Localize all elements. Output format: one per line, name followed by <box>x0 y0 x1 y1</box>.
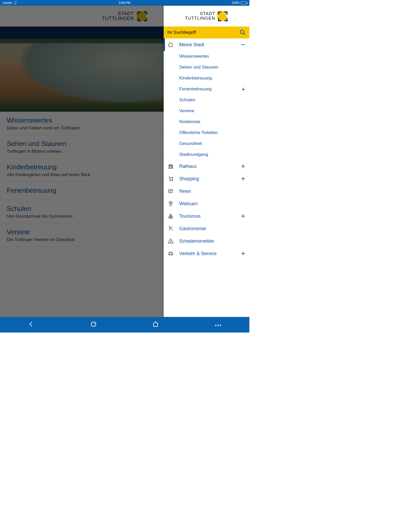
reload-button[interactable] <box>90 321 97 329</box>
status-bar: Carrier 3:59 PM 100% <box>0 0 249 6</box>
expand-icon[interactable]: + <box>241 163 245 170</box>
menu-shopping[interactable]: Shopping + <box>164 172 249 185</box>
submenu-gesundheit[interactable]: Gesundheit <box>164 138 249 149</box>
svg-point-15 <box>171 255 172 255</box>
svg-point-2 <box>240 30 244 34</box>
menu-label: News <box>179 189 245 194</box>
svg-rect-6 <box>169 189 173 192</box>
submenu-toiletten[interactable]: Öffentliche Toiletten <box>164 127 249 138</box>
expand-icon[interactable]: + <box>241 212 245 220</box>
menu-label: Webcam <box>179 201 245 207</box>
search-icon[interactable] <box>240 29 246 36</box>
cart-icon <box>167 176 175 182</box>
back-button[interactable] <box>28 321 35 329</box>
svg-point-10 <box>170 202 171 203</box>
battery-icon <box>241 2 247 4</box>
menu-label: Rathaus <box>179 164 241 169</box>
home-icon <box>167 42 175 48</box>
logo-icon <box>217 10 228 22</box>
svg-line-3 <box>243 33 245 35</box>
webcam-icon <box>167 201 175 207</box>
submenu-sehen[interactable]: Sehen und Staunen <box>164 62 249 73</box>
menu-schadensmelder[interactable]: Schadensmelder <box>164 235 249 247</box>
search-bar[interactable] <box>164 26 249 38</box>
menu-verkehr[interactable]: Verkehr & Service + <box>164 247 249 260</box>
menu-label: Shopping <box>179 176 241 182</box>
side-menu: STADT TUTTLINGEN Meine Stadt − Wissenswe… <box>164 6 249 317</box>
svg-point-14 <box>169 255 170 255</box>
expand-icon[interactable]: + <box>241 86 245 92</box>
menu-webcam[interactable]: Webcam <box>164 197 249 210</box>
submenu-ferienbetreuung[interactable]: Ferienbetreuung+ <box>164 84 249 95</box>
menu-news[interactable]: News <box>164 185 249 197</box>
bottom-bar <box>0 317 249 332</box>
car-icon <box>167 250 175 257</box>
svg-point-12 <box>170 242 171 243</box>
status-time: 3:59 PM <box>119 1 130 5</box>
search-input[interactable] <box>167 30 237 35</box>
svg-rect-13 <box>169 253 173 255</box>
menu-label: Gastronomie <box>179 226 245 231</box>
submenu-notdienste[interactable]: Notdienste <box>164 116 249 127</box>
battery-label: 100% <box>231 1 240 5</box>
home-button[interactable] <box>152 321 159 329</box>
warning-icon <box>167 238 175 244</box>
svg-point-9 <box>169 201 172 204</box>
menu-gastronomie[interactable]: Gastronomie <box>164 222 249 235</box>
more-button[interactable] <box>215 322 222 327</box>
logo-line2: TUTTLINGEN <box>185 16 215 21</box>
building-icon <box>167 163 175 169</box>
menu-logo: STADT TUTTLINGEN <box>164 6 249 26</box>
svg-point-4 <box>170 180 171 181</box>
menu-label: Schadensmelder <box>179 238 245 244</box>
submenu-kinderbetreuung[interactable]: Kinderbetreuung <box>164 73 249 84</box>
menu-label: Verkehr & Service <box>179 251 241 256</box>
logo-line1: STADT <box>185 11 215 16</box>
utensils-icon <box>167 225 175 232</box>
collapse-icon[interactable]: − <box>241 41 245 48</box>
svg-point-5 <box>172 180 173 181</box>
menu-label: Meine Stadt <box>179 42 241 48</box>
submenu-stadtrundgang[interactable]: Stadtrundgang <box>164 149 249 160</box>
menu-rathaus[interactable]: Rathaus + <box>164 160 249 172</box>
carrier-label: Carrier <box>3 1 12 5</box>
menu-tourismus[interactable]: Tourismus + <box>164 210 249 222</box>
submenu-vereine[interactable]: Vereine <box>164 105 249 116</box>
boat-icon <box>167 213 175 219</box>
menu-label: Tourismus <box>179 214 241 219</box>
expand-icon[interactable]: + <box>241 175 245 182</box>
submenu-wissenswertes[interactable]: Wissenswertes <box>164 51 249 62</box>
expand-icon[interactable]: + <box>241 250 245 257</box>
submenu-schulen[interactable]: Schulen <box>164 95 249 105</box>
chat-icon <box>167 188 175 194</box>
menu-meine-stadt[interactable]: Meine Stadt − <box>164 38 249 51</box>
wifi-icon <box>14 2 17 4</box>
